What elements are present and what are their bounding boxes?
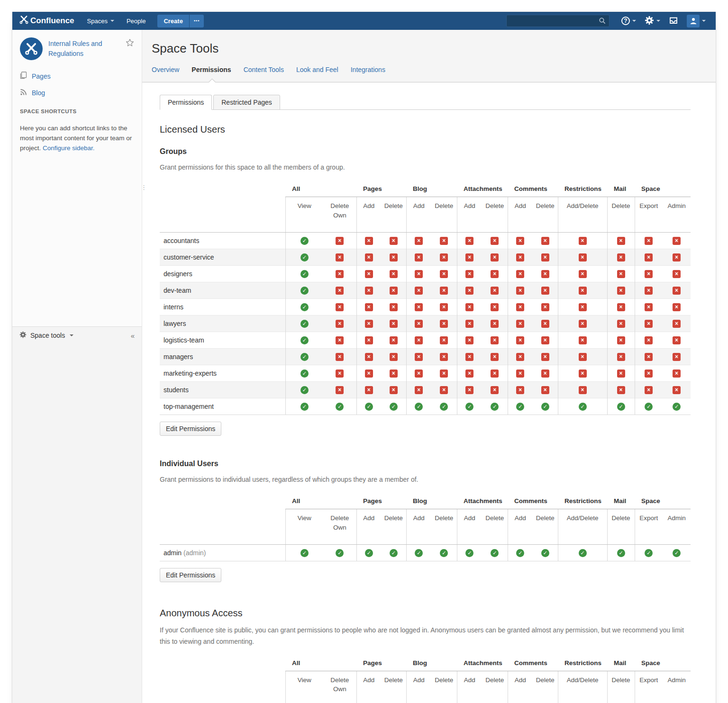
space-logo[interactable] (20, 37, 43, 60)
denied-icon: × (579, 353, 587, 361)
row-label: top-management (164, 403, 214, 410)
column-group-mail: Mail (607, 495, 635, 509)
denied-icon: × (617, 370, 625, 378)
row-label: managers (164, 353, 193, 361)
edit-groups-permissions-button[interactable]: Edit Permissions (160, 422, 221, 436)
denied-icon: × (465, 320, 473, 328)
denied-icon: × (415, 336, 423, 344)
tab-permissions[interactable]: Permissions (160, 95, 212, 110)
granted-icon: ✓ (579, 403, 587, 411)
denied-icon: × (415, 253, 423, 261)
permission-row-top-management: top-management✓✓✓✓✓✓✓✓✓✓✓✓✓✓ (160, 398, 691, 415)
denied-icon: × (579, 237, 587, 245)
denied-icon: × (336, 336, 344, 344)
column-header-add: Add (457, 509, 482, 545)
space-tools-menu[interactable]: Space tools « (12, 327, 142, 344)
denied-icon: × (645, 303, 653, 311)
column-group-blog: Blog (406, 182, 457, 197)
denied-icon: × (336, 237, 344, 245)
favorite-star-icon[interactable] (126, 38, 134, 60)
sidebar-resize-handle[interactable]: ⋮ (141, 184, 147, 191)
column-header-export: Export (635, 197, 663, 233)
permission-row-dev-team: dev-team✓××××××××××××× (160, 282, 691, 299)
denied-icon: × (541, 320, 549, 328)
sidebar-item-blog[interactable]: Blog (20, 89, 134, 97)
create-button-group: Create ••• (157, 15, 204, 27)
column-group-pages: Pages (356, 182, 406, 197)
granted-icon: ✓ (300, 403, 309, 411)
denied-icon: × (645, 386, 653, 394)
space-name-link[interactable]: Internal Rules and Regulations (48, 37, 120, 60)
user-menu-button[interactable] (682, 12, 710, 30)
denied-icon: × (465, 237, 473, 245)
denied-icon: × (579, 253, 587, 261)
denied-icon: × (673, 320, 681, 328)
row-label: dev-team (164, 287, 191, 294)
create-button[interactable]: Create (157, 15, 189, 27)
granted-icon: ✓ (541, 549, 549, 557)
column-group-comments: Comments (508, 657, 558, 671)
denied-icon: × (440, 237, 448, 245)
denied-icon: × (390, 303, 398, 311)
search-box[interactable] (506, 15, 610, 27)
column-group-restrictions: Restrictions (558, 495, 607, 509)
notifications-button[interactable] (664, 12, 682, 30)
denied-icon: × (579, 270, 587, 278)
tab-restricted-pages[interactable]: Restricted Pages (213, 95, 280, 110)
create-more-button[interactable]: ••• (190, 15, 204, 27)
chevron-down-icon (632, 20, 636, 22)
denied-icon: × (491, 353, 499, 361)
configure-sidebar-link[interactable]: Configure sidebar. (43, 144, 95, 152)
edit-individual-permissions-button[interactable]: Edit Permissions (160, 568, 221, 582)
denied-icon: × (415, 237, 423, 245)
denied-icon: × (440, 386, 448, 394)
column-header-delete: Delete (482, 671, 508, 703)
licensed-users-heading: Licensed Users (160, 124, 697, 135)
collapse-sidebar-button[interactable]: « (131, 332, 135, 340)
column-group-blog: Blog (406, 495, 457, 509)
column-group-comments: Comments (508, 182, 558, 197)
space-nav-overview[interactable]: Overview (152, 66, 179, 73)
column-header-view: View (285, 671, 323, 703)
anonymous-permissions-table: AllPagesBlogAttachmentsCommentsRestricti… (160, 657, 697, 703)
space-nav-permissions[interactable]: Permissions (191, 66, 231, 73)
granted-icon: ✓ (336, 403, 344, 411)
help-button[interactable]: ? (617, 12, 640, 30)
denied-icon: × (365, 336, 373, 344)
space-nav-look-and-feel[interactable]: Look and Feel (296, 66, 338, 73)
search-input[interactable] (510, 18, 597, 25)
space-nav-integrations[interactable]: Integrations (351, 66, 385, 73)
denied-icon: × (465, 253, 473, 261)
column-group-attachments: Attachments (457, 182, 508, 197)
denied-icon: × (491, 386, 499, 394)
permission-row-marketing-experts: marketing-experts✓××××××××××××× (160, 365, 691, 382)
row-label: interns (164, 303, 183, 311)
denied-icon: × (365, 270, 373, 278)
nav-people[interactable]: People (120, 12, 152, 30)
denied-icon: × (579, 303, 587, 311)
denied-icon: × (617, 287, 625, 295)
denied-icon: × (645, 237, 653, 245)
granted-icon: ✓ (617, 403, 625, 411)
denied-icon: × (673, 287, 681, 295)
row-label: accountants (164, 237, 200, 244)
column-group-all: All (285, 182, 356, 197)
column-header-add: Add (508, 509, 533, 545)
column-group-blog: Blog (406, 657, 457, 671)
space-nav-content-tools[interactable]: Content Tools (244, 66, 284, 73)
row-label: admin (164, 549, 182, 557)
settings-button[interactable] (640, 12, 664, 30)
column-group-restrictions: Restrictions (558, 657, 607, 671)
confluence-logo[interactable]: Confluence (19, 15, 74, 27)
denied-icon: × (365, 253, 373, 261)
granted-icon: ✓ (491, 403, 499, 411)
denied-icon: × (516, 386, 524, 394)
nav-spaces[interactable]: Spaces (81, 12, 120, 30)
column-header-add-delete: Add/Delete (558, 509, 607, 545)
space-sidebar: Internal Rules and Regulations Page (12, 30, 142, 703)
sidebar-item-pages[interactable]: Pages (20, 72, 134, 81)
page-title: Space Tools (152, 41, 716, 56)
permission-row-interns: interns✓××××××××××××× (160, 299, 691, 315)
permission-row-admin: admin (admin)✓✓✓✓✓✓✓✓✓✓✓✓✓✓ (160, 545, 691, 561)
granted-icon: ✓ (300, 386, 309, 394)
